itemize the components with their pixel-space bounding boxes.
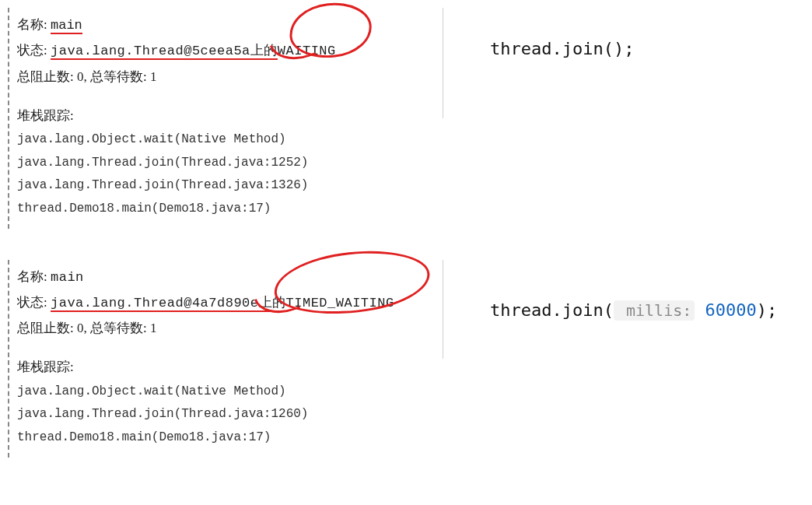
stack-title: 堆栈跟踪: [17, 355, 436, 380]
name-label: 名称: [17, 17, 47, 32]
stack-trace-block: 堆栈跟踪: java.lang.Object.wait(Native Metho… [17, 103, 436, 221]
stack-trace-block: 堆栈跟踪: java.lang.Object.wait(Native Metho… [17, 355, 436, 449]
thread-counters-line: 总阻止数: 0, 总等待数: 1 [17, 316, 436, 341]
state-highlight: TIMED_WAITING [286, 296, 394, 310]
code-param-value: 60000 [695, 300, 756, 320]
stack-line: thread.Demo18.main(Demo18.java:17) [17, 198, 436, 221]
code-suffix: ); [757, 300, 778, 320]
panel-right-separator [443, 8, 443, 118]
stack-line: java.lang.Object.wait(Native Method) [17, 381, 436, 404]
code-text: thread.join(); [490, 39, 634, 58]
stack-line: java.lang.Thread.join(Thread.java:1326) [17, 174, 436, 198]
example-row-2: 名称: main 状态: java.lang.Thread@4a7d890e上的… [8, 260, 796, 458]
state-label: 状态: [17, 43, 47, 58]
code-param-name: millis: [614, 300, 695, 321]
stack-line: java.lang.Object.wait(Native Method) [17, 128, 436, 152]
thread-name-value: main [51, 270, 84, 285]
panel-right-separator [443, 260, 443, 359]
stack-line: java.lang.Thread.join(Thread.java:1252) [17, 152, 436, 175]
example-row-1: 名称: main 状态: java.lang.Thread@5ceea5a上的W… [8, 8, 796, 229]
thread-name-value: main [51, 18, 82, 34]
code-prefix: thread.join( [490, 300, 614, 320]
thread-info-panel-1: 名称: main 状态: java.lang.Thread@5ceea5a上的W… [8, 8, 443, 229]
name-label: 名称: [17, 269, 47, 284]
state-prefix: java.lang.Thread@4a7d890e上的 [51, 296, 286, 312]
stack-line: java.lang.Thread.join(Thread.java:1260) [17, 403, 436, 426]
state-highlight: WAITING [278, 44, 336, 58]
state-label: 状态: [17, 295, 47, 310]
stack-line: thread.Demo18.main(Demo18.java:17) [17, 426, 436, 450]
code-snippet-1: thread.join(); [443, 8, 796, 58]
thread-state-line: 状态: java.lang.Thread@5ceea5a上的WAITING [17, 38, 436, 64]
stack-title: 堆栈跟踪: [17, 103, 436, 128]
code-snippet-2: thread.join( millis: 60000); [443, 260, 796, 320]
state-prefix: java.lang.Thread@5ceea5a上的 [51, 44, 278, 60]
thread-counters-line: 总阻止数: 0, 总等待数: 1 [17, 65, 436, 89]
thread-name-line: 名称: main [17, 265, 436, 290]
thread-info-panel-2: 名称: main 状态: java.lang.Thread@4a7d890e上的… [8, 260, 443, 458]
thread-state-line: 状态: java.lang.Thread@4a7d890e上的TIMED_WAI… [17, 290, 436, 316]
thread-name-line: 名称: main [17, 12, 436, 38]
